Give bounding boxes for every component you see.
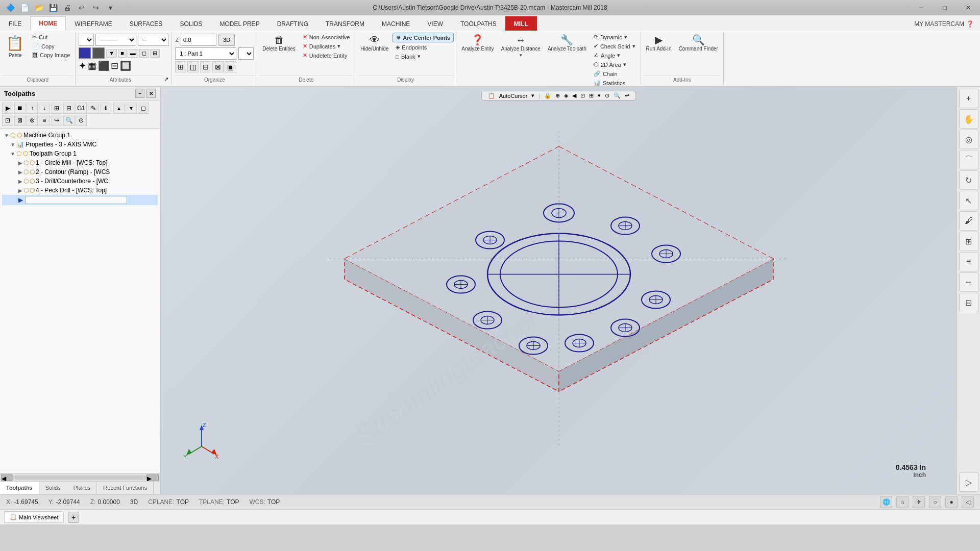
color-btn[interactable] xyxy=(79,47,91,59)
toolbar-btn-18[interactable]: 🔍 xyxy=(63,115,75,126)
copy-image-button[interactable]: 🖼 Copy Image xyxy=(29,51,73,59)
rt-compare-btn[interactable]: ⊞ xyxy=(959,232,978,251)
plane-btn[interactable]: ✈ xyxy=(913,496,925,508)
angle-dropdown[interactable]: ▾ xyxy=(617,52,620,59)
command-finder-button[interactable]: 🔍 Command Finder xyxy=(676,33,721,54)
add-viewsheet-btn[interactable]: + xyxy=(68,512,79,523)
expand-btn[interactable]: ◁ xyxy=(962,496,974,508)
rt-zoom-in-btn[interactable]: + xyxy=(959,89,978,108)
attr-sub-btn2[interactable]: ■ xyxy=(118,49,127,58)
ac-icon1[interactable]: 🔒 xyxy=(544,92,551,99)
line-style-select[interactable]: ──── xyxy=(95,34,136,46)
tree-tp3[interactable]: ▶ ⬡ ⬡ 3 - Drill/Counterbore - [WC xyxy=(2,177,158,186)
toolbar-btn-15[interactable]: ⊗ xyxy=(27,115,38,126)
angle-button[interactable]: ∠ Angle ▾ xyxy=(591,51,639,60)
autocursor-label[interactable]: AutoCursor xyxy=(499,93,528,99)
maximize-btn[interactable]: □ xyxy=(933,0,957,15)
ac-icon8[interactable]: 🔍 xyxy=(614,92,621,99)
rt-section-btn[interactable]: ≡ xyxy=(959,252,978,271)
panel-tab-recent[interactable]: Recent Functions xyxy=(97,482,154,494)
toolbar-btn-4[interactable]: ↓ xyxy=(39,103,50,114)
rt-pan-btn[interactable]: ✋ xyxy=(959,109,978,129)
scroll-right-btn[interactable]: ▶ xyxy=(146,474,159,481)
toolbar-btn-9[interactable]: ℹ xyxy=(100,103,111,114)
customize-btn[interactable]: ▾ xyxy=(104,2,116,14)
tab-wireframe[interactable]: WIREFRAME xyxy=(66,16,120,31)
arc-center-points-button[interactable]: ⊕ Arc Center Points xyxy=(393,33,454,42)
distance-dropdown[interactable]: ▾ xyxy=(520,53,522,58)
tab-home[interactable]: HOME xyxy=(30,16,66,31)
toolbar-btn-7[interactable]: G1 xyxy=(76,103,87,114)
point-style-btn[interactable]: ✦ xyxy=(79,60,86,71)
toolbar-btn-16[interactable]: ≡ xyxy=(39,115,50,126)
globe-btn[interactable]: 🌐 xyxy=(880,496,892,508)
rt-dimension-btn[interactable]: ⊟ xyxy=(959,293,978,312)
tab-file[interactable]: FILE xyxy=(0,16,30,31)
toolbar-btn-3[interactable]: ↑ xyxy=(27,103,38,114)
tab-modelprep[interactable]: MODEL PREP xyxy=(211,16,268,31)
rt-curve-btn[interactable]: ⌒ xyxy=(959,150,978,169)
tab-toolpaths[interactable]: TOOLPATHS xyxy=(452,16,505,31)
org-btn3[interactable]: ⊟ xyxy=(200,61,211,72)
run-addin-button[interactable]: ▶ Run Add-In xyxy=(643,33,675,54)
toolbar-btn-12[interactable]: ◻ xyxy=(138,103,149,114)
area-dropdown[interactable]: ▾ xyxy=(623,61,626,68)
check-dropdown[interactable]: ▾ xyxy=(632,43,635,49)
level-drop2[interactable]: ▼ xyxy=(238,47,254,60)
undelete-button[interactable]: ✕ Undelete Entity xyxy=(300,51,353,60)
panel-tab-toolpaths[interactable]: Toolpaths xyxy=(0,482,39,494)
hide-unhide-button[interactable]: 👁 Hide/Unhide xyxy=(357,33,391,54)
ac-icon3[interactable]: ◈ xyxy=(564,92,568,99)
delete-entities-button[interactable]: 🗑 Delete Entities xyxy=(259,33,298,54)
attr-sub-btn4[interactable]: ◻ xyxy=(139,49,149,58)
chain-button[interactable]: 🔗 Chain xyxy=(591,69,639,78)
tab-transform[interactable]: TRANSFORM xyxy=(317,16,373,31)
open-btn[interactable]: 📂 xyxy=(33,2,45,14)
line-type-select[interactable]: ★ xyxy=(79,34,94,46)
line-width-select[interactable]: ─ xyxy=(138,34,168,46)
home-btn[interactable]: ⌂ xyxy=(896,496,909,508)
scroll-left-btn[interactable]: ◀ xyxy=(1,474,13,481)
grid-btn[interactable]: ⊟ xyxy=(111,60,118,71)
toolbar-btn-5[interactable]: ⊞ xyxy=(51,103,62,114)
check-solid-button[interactable]: ✔ Check Solid ▾ xyxy=(591,42,639,51)
rt-brush-btn[interactable]: 🖌 xyxy=(959,211,978,231)
panel-tab-solids[interactable]: Solids xyxy=(39,482,67,494)
tree-properties[interactable]: ▼ 📊 Properties - 3 - AXIS VMC xyxy=(2,140,158,149)
area2d-button[interactable]: ⬡ 2D Area ▾ xyxy=(591,60,639,69)
toolbar-btn-2[interactable]: ⏹ xyxy=(14,103,26,114)
toolbar-btn-19[interactable]: ⊙ xyxy=(76,115,87,126)
layer-btn[interactable]: 🔲 xyxy=(120,60,131,71)
save-btn[interactable]: 💾 xyxy=(47,2,59,14)
tab-machine[interactable]: MACHINE xyxy=(373,16,419,31)
ac-icon6[interactable]: ⊞ xyxy=(589,92,594,99)
surface-btn[interactable]: ⬛ xyxy=(98,60,109,71)
analyze-toolpath-button[interactable]: 🔧 Analyze Toolpath xyxy=(545,33,590,54)
tab-surfaces[interactable]: SURFACES xyxy=(121,16,172,31)
my-mastercam-btn[interactable]: MY MASTERCAM ❓ xyxy=(908,17,980,31)
cut-button[interactable]: ✂ Cut xyxy=(29,33,73,41)
ac-icon7[interactable]: ⊙ xyxy=(605,92,609,99)
toolbar-btn-10[interactable]: ▴ xyxy=(113,103,125,114)
dynamic-button[interactable]: ⟳ Dynamic ▾ xyxy=(591,33,639,41)
rt-measure-btn[interactable]: ↔ xyxy=(959,272,978,292)
panel-tab-planes[interactable]: Planes xyxy=(67,482,97,494)
toolbar-btn-17[interactable]: ↪ xyxy=(51,115,62,126)
tree-toolpath-group[interactable]: ▼ ⬡ ⬡ Toolpath Group 1 xyxy=(2,149,158,158)
org-btn4[interactable]: ⊠ xyxy=(212,61,224,72)
level-select[interactable]: 1 : Part 1 xyxy=(175,47,236,60)
endpoints-button[interactable]: ◈ Endpoints xyxy=(393,43,454,52)
analyze-entity-button[interactable]: ❓ Analyze Entity xyxy=(458,33,497,54)
tab-solids[interactable]: SOLIDS xyxy=(171,16,211,31)
new-btn[interactable]: 📄 xyxy=(18,2,31,14)
circle-btn[interactable]: ○ xyxy=(929,496,941,508)
fill-btn[interactable] xyxy=(92,47,105,59)
toolbar-btn-13[interactable]: ⊡ xyxy=(2,115,13,126)
ac-drop[interactable]: ▾ xyxy=(531,92,534,99)
tree-tp2[interactable]: ▶ ⬡ ⬡ 2 - Contour (Ramp) - [WCS xyxy=(2,167,158,177)
ac-icon9[interactable]: ↩ xyxy=(625,92,629,99)
tab-drafting[interactable]: DRAFTING xyxy=(268,16,317,31)
duplicates-button[interactable]: ✕ Duplicates ▾ xyxy=(300,42,353,51)
ac-drop2[interactable]: ▾ xyxy=(598,92,601,99)
copy-button[interactable]: 📄 Copy xyxy=(29,42,73,51)
